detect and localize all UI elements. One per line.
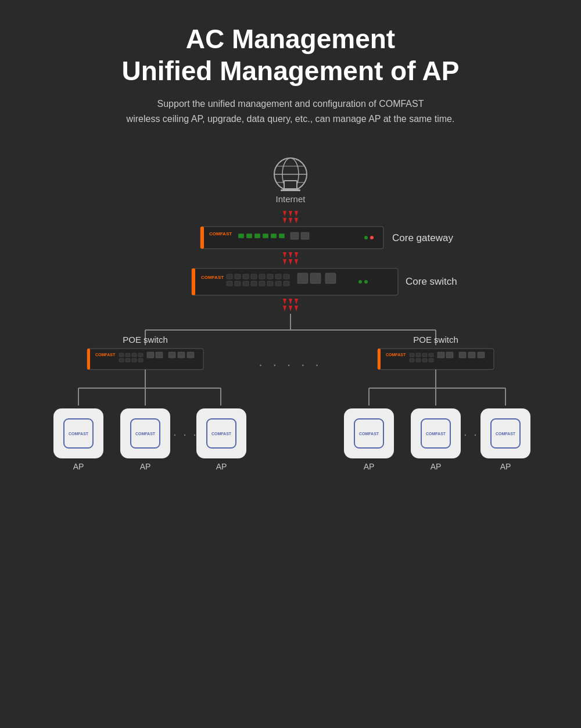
core-switch-label: Core switch [406,276,457,287]
svg-rect-50 [267,281,273,286]
svg-point-27 [370,236,374,239]
svg-rect-91 [429,353,433,357]
svg-rect-90 [422,353,427,357]
svg-rect-51 [275,281,281,286]
svg-text:COMFAST: COMFAST [359,432,379,436]
svg-rect-98 [459,352,466,358]
svg-rect-43 [275,274,281,279]
diagram-container: Internet COMFAST [29,144,552,658]
svg-rect-53 [297,273,308,284]
svg-rect-37 [227,274,232,279]
svg-rect-81 [168,352,175,358]
svg-text:· · · · ·: · · · · · [259,357,322,372]
svg-text:COMFAST: COMFAST [211,432,232,436]
subtitle-text: Support the unified management and confi… [122,96,460,126]
svg-text:COMFAST: COMFAST [135,432,156,436]
svg-rect-20 [254,234,260,238]
svg-text:COMFAST: COMFAST [496,432,516,436]
ap-label-4: AP [364,462,375,471]
poe-switch-left-label: POE switch [123,335,168,345]
title-section: AC Management Unified Management of AP S… [122,23,460,127]
title-line2: Unified Management of AP [122,56,460,86]
svg-rect-73 [132,353,137,357]
ap-label-6: AP [500,462,511,471]
svg-rect-23 [279,234,285,238]
ap-label-3: AP [216,462,227,471]
title-line1: AC Management [186,24,395,54]
svg-rect-85 [378,349,494,370]
svg-rect-35 [192,268,195,295]
svg-rect-48 [251,281,257,286]
svg-rect-99 [468,352,475,358]
svg-rect-54 [310,273,321,284]
svg-point-57 [364,280,368,284]
svg-point-26 [364,236,368,239]
svg-rect-69 [87,349,90,370]
svg-rect-18 [238,234,244,238]
svg-text:COMFAST: COMFAST [95,353,116,357]
internet-label: Internet [276,194,306,204]
ap-label-2: AP [140,462,151,471]
svg-rect-8 [281,189,300,191]
svg-rect-88 [410,353,414,357]
svg-text:COMFAST: COMFAST [426,432,446,436]
svg-rect-89 [416,353,421,357]
svg-rect-97 [446,352,453,358]
svg-rect-83 [187,352,194,358]
svg-text:COMFAST: COMFAST [69,432,89,436]
svg-rect-92 [410,358,414,362]
svg-rect-77 [132,358,137,362]
svg-rect-16 [200,227,204,249]
svg-rect-95 [429,358,433,362]
svg-rect-100 [478,352,485,358]
svg-rect-76 [125,358,130,362]
svg-point-56 [358,280,362,284]
svg-text:COMFAST: COMFAST [201,275,224,280]
svg-rect-7 [285,181,296,188]
svg-rect-71 [119,353,124,357]
svg-rect-79 [147,352,154,358]
svg-rect-75 [119,358,124,362]
ap-label-1: AP [73,462,84,471]
svg-rect-19 [246,234,252,238]
svg-rect-46 [235,281,241,286]
svg-rect-52 [284,281,289,286]
svg-rect-44 [284,274,289,279]
svg-rect-68 [87,349,203,370]
page-container: AC Management Unified Management of AP S… [0,0,581,728]
svg-rect-96 [437,352,444,358]
svg-rect-86 [378,349,381,370]
poe-switch-right-label: POE switch [413,335,458,345]
main-title: AC Management Unified Management of AP [122,23,460,87]
ap-label-5: AP [431,462,442,471]
svg-rect-94 [422,358,427,362]
svg-text:COMFAST: COMFAST [209,231,232,236]
svg-rect-74 [138,353,143,357]
svg-rect-45 [227,281,232,286]
core-gateway-label: Core gateway [392,232,453,243]
svg-rect-40 [251,274,257,279]
svg-rect-47 [243,281,249,286]
svg-rect-93 [416,358,421,362]
svg-rect-80 [156,352,163,358]
svg-rect-41 [259,274,265,279]
svg-rect-24 [290,232,299,239]
svg-rect-82 [178,352,185,358]
svg-rect-55 [325,273,336,284]
svg-rect-22 [271,234,277,238]
svg-rect-38 [235,274,241,279]
svg-text:COMFAST: COMFAST [386,353,406,357]
svg-rect-21 [263,234,268,238]
svg-rect-39 [243,274,249,279]
svg-rect-78 [138,358,143,362]
svg-rect-42 [267,274,273,279]
svg-rect-49 [259,281,265,286]
svg-rect-25 [301,232,309,239]
svg-rect-72 [125,353,130,357]
network-diagram-svg: Internet COMFAST [29,144,552,655]
